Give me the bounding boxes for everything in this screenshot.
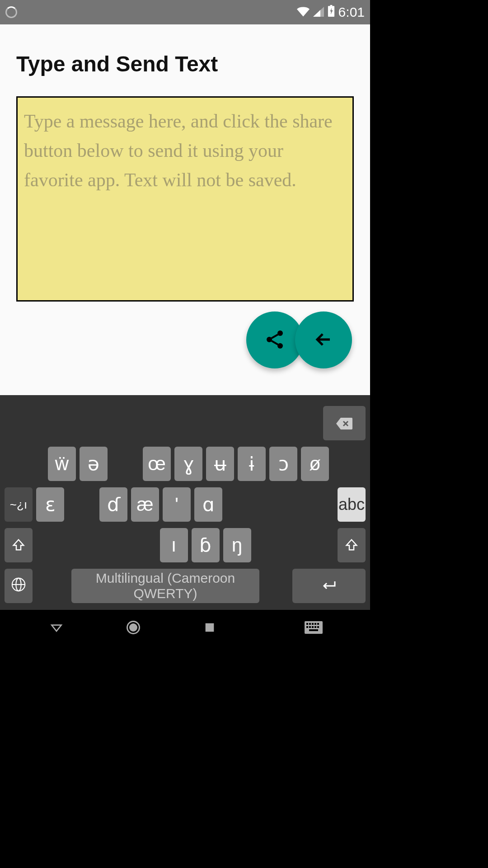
svg-rect-17 [314,623,316,625]
backspace-icon [336,412,352,434]
keyboard-row-backspace [5,406,366,440]
status-bar: 6:01 [0,0,370,24]
svg-rect-12 [206,623,214,632]
svg-line-5 [272,335,278,338]
keyboard-icon [305,621,323,635]
svg-rect-19 [306,626,308,628]
svg-rect-18 [317,623,319,625]
back-button[interactable] [295,311,352,368]
navigation-bar [0,610,370,646]
app-content: Type and Send Text [0,24,370,395]
svg-point-3 [267,337,272,342]
key-apostrophe[interactable]: ' [163,487,191,522]
key-open-o[interactable]: ɔ [269,447,297,481]
svg-rect-1 [330,5,332,6]
svg-point-2 [277,330,283,336]
battery-charging-icon [328,5,335,20]
svg-point-4 [277,343,283,349]
on-screen-keyboard: ẅ ə œ ɣ ʉ ɨ ɔ ø ~¿ı ɛ ɗ æ ' ɑ abc ı ɓ ŋ [0,395,370,610]
key-schwa[interactable]: ə [80,447,108,481]
square-icon [203,621,216,635]
shift-icon [12,534,25,556]
key-alpha[interactable]: ɑ [194,487,222,522]
key-dotless-i[interactable]: ı [160,528,188,562]
keyboard-row-2: ~¿ı ɛ ɗ æ ' ɑ abc [5,487,366,522]
status-right: 6:01 [297,5,365,20]
svg-rect-16 [312,623,314,625]
svg-rect-15 [309,623,311,625]
spacer [226,487,334,522]
keyboard-row-4: Multilingual (Cameroon QWERTY) [5,569,366,603]
nav-home-button[interactable] [124,619,142,637]
status-time: 6:01 [338,5,365,20]
svg-rect-14 [306,623,308,625]
key-gamma[interactable]: ɣ [174,447,202,481]
fab-row [16,311,354,368]
enter-icon [320,575,338,597]
key-ae[interactable]: æ [131,487,159,522]
key-eng[interactable]: ŋ [223,528,251,562]
key-diacritics[interactable]: ~¿ı [5,487,33,522]
wifi-icon [297,5,310,20]
backspace-key[interactable] [323,406,366,440]
svg-rect-21 [312,626,314,628]
nav-recents-button[interactable] [201,619,219,637]
svg-rect-22 [314,626,316,628]
globe-icon [11,575,26,597]
key-d-hook[interactable]: ɗ [99,487,127,522]
back-arrow-icon [313,329,334,352]
key-u-bar[interactable]: ʉ [206,447,234,481]
keyboard-row-3: ı ɓ ŋ [5,528,366,562]
svg-point-11 [129,623,137,632]
page-title: Type and Send Text [16,52,354,76]
svg-line-6 [272,341,278,344]
cell-signal-icon [313,5,324,20]
spacer [68,487,96,522]
svg-rect-20 [309,626,311,628]
nav-keyboard-button[interactable] [305,619,323,637]
loading-spinner-icon [5,6,17,18]
key-o-slash[interactable]: ø [301,447,329,481]
shift-icon [345,534,358,556]
enter-key[interactable] [292,569,366,603]
key-b-hook[interactable]: ɓ [192,528,220,562]
spacer [111,447,139,481]
language-switch-key[interactable] [5,569,33,603]
circle-icon [125,619,141,637]
key-w-diaeresis[interactable]: ẅ [48,447,76,481]
key-epsilon[interactable]: ɛ [36,487,64,522]
keyboard-row-1: ẅ ə œ ɣ ʉ ɨ ɔ ø [5,447,366,481]
key-i-bar[interactable]: ɨ [238,447,266,481]
key-oe[interactable]: œ [143,447,171,481]
triangle-down-icon [49,620,64,636]
svg-rect-24 [309,629,318,631]
spacebar-key[interactable]: Multilingual (Cameroon QWERTY) [71,569,259,603]
row3-center: ı ɓ ŋ [36,528,334,562]
abc-mode-key[interactable]: abc [338,487,366,522]
shift-key-left[interactable] [5,528,33,562]
message-input[interactable] [16,96,354,302]
share-icon [264,329,286,352]
status-left [5,6,17,18]
nav-back-button[interactable] [47,619,66,637]
shift-key-right[interactable] [338,528,366,562]
svg-rect-23 [317,626,319,628]
